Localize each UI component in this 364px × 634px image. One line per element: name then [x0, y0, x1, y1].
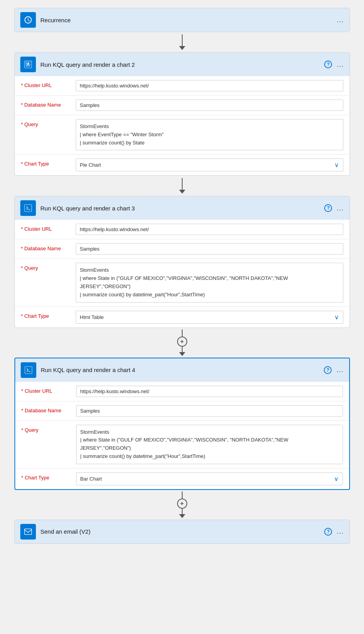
card4-cluster-url-input-wrapper: https://help.kusto.windows.net/: [76, 386, 343, 397]
card3-title: Run KQL query and render a chart 3: [41, 205, 320, 212]
svg-rect-2: [25, 366, 32, 373]
card3-database-input[interactable]: Samples: [76, 243, 343, 255]
connector-plus-2-line-bottom: [182, 509, 183, 514]
card2-chart-type-input-wrapper: Pie Chart ∨: [76, 158, 343, 171]
card4-cluster-url-input[interactable]: https://help.kusto.windows.net/: [76, 386, 343, 397]
card3-cluster-url-label: * Cluster URL: [21, 224, 72, 232]
card4-cluster-url-label: * Cluster URL: [21, 386, 72, 394]
card2-chart-type-value: Pie Chart: [80, 162, 101, 168]
card3-query-input-wrapper: StormEvents | where State in ("GULF OF M…: [76, 263, 343, 302]
connector-plus-2: +: [177, 490, 187, 520]
card4-body: * Cluster URL https://help.kusto.windows…: [15, 382, 349, 489]
card4-title: Run KQL query and render a chart 4: [41, 367, 320, 373]
card4-icon: [21, 362, 36, 378]
email-more-button[interactable]: ...: [337, 527, 344, 536]
card3-chart-type-row: * Chart Type Html Table ∨: [15, 307, 350, 328]
card4: Run KQL query and render a chart 4 ? ...…: [14, 358, 350, 490]
card2-cluster-url-row: * Cluster URL https://help.kusto.windows…: [15, 76, 350, 96]
card2-query-label: * Query: [21, 119, 72, 127]
card4-chart-type-select[interactable]: Bar Chart ∨: [76, 472, 343, 485]
email-icon-box: [20, 524, 36, 540]
recurrence-header: Recurrence ...: [15, 8, 350, 32]
card4-chart-type-input-wrapper: Bar Chart ∨: [76, 472, 343, 485]
card3-chart-type-select[interactable]: Html Table ∨: [76, 311, 343, 324]
card2-cluster-url-input-wrapper: https://help.kusto.windows.net/: [76, 80, 343, 91]
card3-chart-type-label: * Chart Type: [21, 311, 72, 319]
card2-icon: [20, 57, 36, 72]
card3-cluster-url-row: * Cluster URL https://help.kusto.windows…: [15, 220, 350, 239]
add-step-button-1[interactable]: +: [177, 337, 187, 347]
connector-1: [179, 32, 185, 52]
email-header: Send an email (V2) ? ...: [15, 520, 350, 543]
connector-plus-1-line-top: [182, 329, 183, 337]
add-step-button-2[interactable]: +: [177, 499, 187, 509]
card3-chart-type-input-wrapper: Html Table ∨: [76, 311, 343, 324]
card4-database-input-wrapper: Samples: [76, 405, 343, 417]
recurrence-more-button[interactable]: ...: [337, 16, 344, 24]
card3-query-label: * Query: [21, 263, 72, 271]
card2-database-input-wrapper: Samples: [76, 100, 343, 111]
recurrence-card: Recurrence ...: [14, 8, 350, 32]
card3-query-input[interactable]: StormEvents | where State in ("GULF OF M…: [76, 263, 343, 302]
card2-body: * Cluster URL https://help.kusto.windows…: [15, 76, 350, 175]
recurrence-icon: [20, 12, 36, 28]
card2-header: Run KQL query and render a chart 2 ? ...: [15, 53, 350, 76]
card3-query-row: * Query StormEvents | where State in ("G…: [15, 259, 350, 306]
card2-chart-type-select[interactable]: Pie Chart ∨: [76, 158, 343, 171]
card4-actions: ? ...: [324, 366, 343, 374]
card4-database-input[interactable]: Samples: [76, 405, 343, 417]
card4-query-label: * Query: [21, 425, 72, 433]
svg-rect-3: [24, 529, 31, 534]
connector-arrow-2: [179, 190, 185, 194]
card3-body: * Cluster URL https://help.kusto.windows…: [15, 220, 350, 327]
email-help-button[interactable]: ?: [324, 528, 332, 536]
card2-query-input[interactable]: StormEvents | where EventType == "Winter…: [76, 119, 343, 150]
card2-more-button[interactable]: ...: [337, 61, 344, 69]
kql-icon-4: [24, 366, 33, 374]
svg-rect-1: [24, 205, 31, 212]
email-actions: ? ...: [324, 527, 344, 536]
connector-line-2: [182, 178, 183, 190]
card2-query-row: * Query StormEvents | where EventType ==…: [15, 115, 350, 155]
card3-actions: ? ...: [324, 204, 344, 212]
card3-help-button[interactable]: ?: [324, 204, 332, 212]
connector-plus-2-line-top: [182, 492, 183, 499]
connector-plus-1-arrow: [179, 352, 185, 356]
card3-more-button[interactable]: ...: [337, 204, 344, 212]
card3-cluster-url-input[interactable]: https://help.kusto.windows.net/: [76, 224, 343, 235]
card3-header: Run KQL query and render a chart 3 ? ...: [15, 196, 350, 220]
flow-container: Recurrence ... Run KQL query and render …: [8, 8, 356, 544]
card3-cluster-url-input-wrapper: https://help.kusto.windows.net/: [76, 224, 343, 235]
card3-database-label: * Database Name: [21, 243, 72, 251]
card2-query-input-wrapper: StormEvents | where EventType == "Winter…: [76, 119, 343, 150]
card4-chevron-icon: ∨: [334, 475, 339, 483]
card4-help-button[interactable]: ?: [324, 366, 332, 374]
card4-chart-type-value: Bar Chart: [80, 476, 102, 482]
card2-help-button[interactable]: ?: [324, 61, 332, 68]
card2-chevron-icon: ∨: [334, 161, 339, 169]
email-icon: [24, 527, 32, 536]
connector-plus-2-arrow: [179, 514, 185, 518]
card2-title: Run KQL query and render a chart 2: [41, 61, 320, 68]
card2-database-row: * Database Name Samples: [15, 96, 350, 115]
connector-plus-1-line-bottom: [182, 347, 183, 352]
card3-chart-type-value: Html Table: [80, 314, 104, 320]
card2-chart-type-label: * Chart Type: [21, 158, 72, 167]
card3-chevron-icon: ∨: [334, 313, 339, 321]
recurrence-title: Recurrence: [41, 17, 332, 23]
card4-header: Run KQL query and render a chart 4 ? ...: [15, 358, 349, 382]
recurrence-actions: ...: [337, 16, 344, 24]
card3-database-row: * Database Name Samples: [15, 239, 350, 259]
card4-query-row: * Query StormEvents | where State in ("G…: [15, 421, 349, 468]
card3: Run KQL query and render a chart 3 ? ...…: [14, 196, 350, 328]
card2-cluster-url-label: * Cluster URL: [21, 80, 72, 88]
kql-icon-3: [24, 204, 32, 212]
card4-query-input[interactable]: StormEvents | where State in ("GULF OF M…: [76, 425, 343, 464]
card2-actions: ? ...: [324, 61, 344, 69]
card3-database-input-wrapper: Samples: [76, 243, 343, 255]
card4-query-input-wrapper: StormEvents | where State in ("GULF OF M…: [76, 425, 343, 464]
card2-database-input[interactable]: Samples: [76, 100, 343, 111]
connector-2: [179, 176, 185, 196]
card2-cluster-url-input[interactable]: https://help.kusto.windows.net/: [76, 80, 343, 91]
card4-more-button[interactable]: ...: [336, 366, 343, 374]
